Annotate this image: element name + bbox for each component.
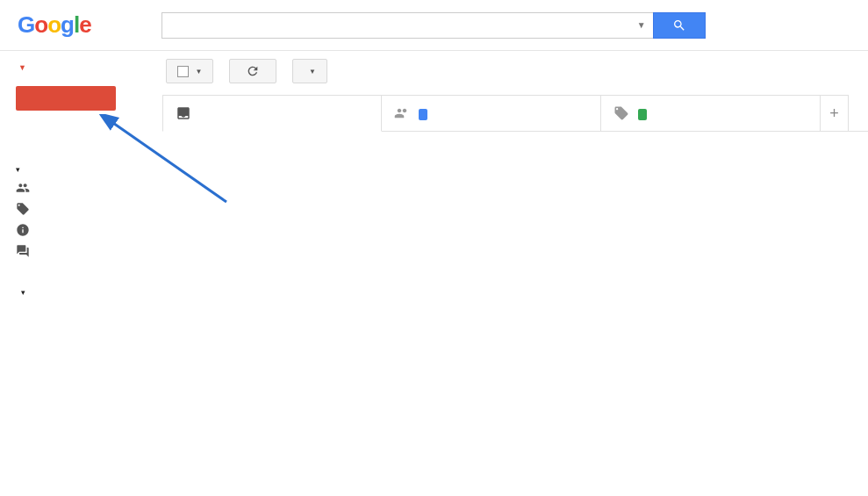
more-button[interactable]: ▼ xyxy=(292,59,327,83)
refresh-button[interactable] xyxy=(229,59,276,83)
nav-inbox[interactable] xyxy=(16,123,162,130)
content-area: ▼ ▼ xyxy=(162,51,868,496)
tab-promotions[interactable] xyxy=(601,95,821,131)
nav-categories-header[interactable]: ▾ xyxy=(16,158,162,177)
search-button[interactable] xyxy=(653,12,706,39)
chevron-down-icon: ▾ xyxy=(21,288,25,297)
tab-promotions-badge xyxy=(638,109,647,120)
tag-icon xyxy=(613,105,629,121)
nav-social[interactable] xyxy=(16,177,162,198)
people-icon xyxy=(16,181,30,195)
chevron-down-icon: ▾ xyxy=(16,165,20,174)
refresh-icon xyxy=(246,64,260,78)
nav-starred[interactable] xyxy=(16,130,162,137)
tab-social[interactable] xyxy=(382,95,601,131)
search-options-dropdown-icon[interactable]: ▼ xyxy=(637,20,646,30)
sidebar: ▼ ▾ ▾ xyxy=(0,51,162,496)
chevron-down-icon: ▼ xyxy=(196,68,203,75)
search-icon xyxy=(672,18,686,32)
info-icon xyxy=(16,223,30,237)
search-box: ▼ xyxy=(161,12,706,39)
select-all-button[interactable]: ▼ xyxy=(166,59,213,83)
tab-social-badge xyxy=(419,109,427,120)
nav-travel[interactable] xyxy=(16,277,162,284)
checkbox-icon xyxy=(177,66,189,77)
nav-forums[interactable] xyxy=(16,241,162,262)
nav-more[interactable]: ▾ xyxy=(16,284,162,300)
nav-promotions[interactable] xyxy=(16,198,162,219)
tag-icon xyxy=(16,202,30,216)
nav-drafts[interactable] xyxy=(16,151,162,158)
inbox-icon xyxy=(176,105,191,121)
nav-updates[interactable] xyxy=(16,219,162,241)
search-input[interactable]: ▼ xyxy=(161,12,653,39)
category-tabs: + xyxy=(162,95,868,132)
nav-important[interactable] xyxy=(16,137,162,144)
header-bar: Google ▼ xyxy=(0,0,868,51)
tab-primary[interactable] xyxy=(162,95,382,132)
gmail-dropdown[interactable]: ▼ xyxy=(16,63,162,72)
nav-sent[interactable] xyxy=(16,144,162,151)
chevron-down-icon: ▼ xyxy=(309,68,316,75)
nav-personal[interactable] xyxy=(16,270,162,277)
forum-icon xyxy=(16,244,30,258)
google-logo[interactable]: Google xyxy=(18,11,91,39)
tab-add[interactable]: + xyxy=(821,95,849,131)
toolbar: ▼ ▼ xyxy=(162,51,868,91)
compose-button[interactable] xyxy=(16,86,116,111)
chevron-down-icon: ▼ xyxy=(18,63,26,72)
people-icon xyxy=(394,105,410,121)
plus-icon: + xyxy=(829,104,839,123)
